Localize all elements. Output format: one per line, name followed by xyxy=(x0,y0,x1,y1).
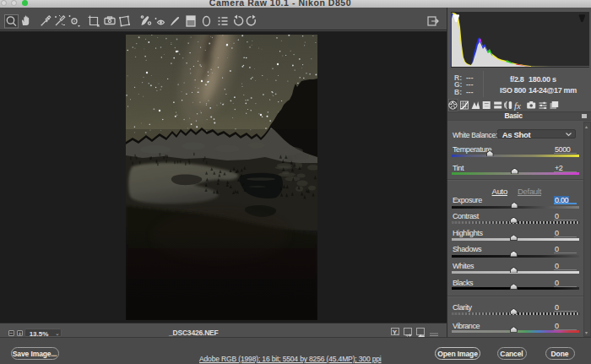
svg-text:fx: fx xyxy=(514,101,521,111)
